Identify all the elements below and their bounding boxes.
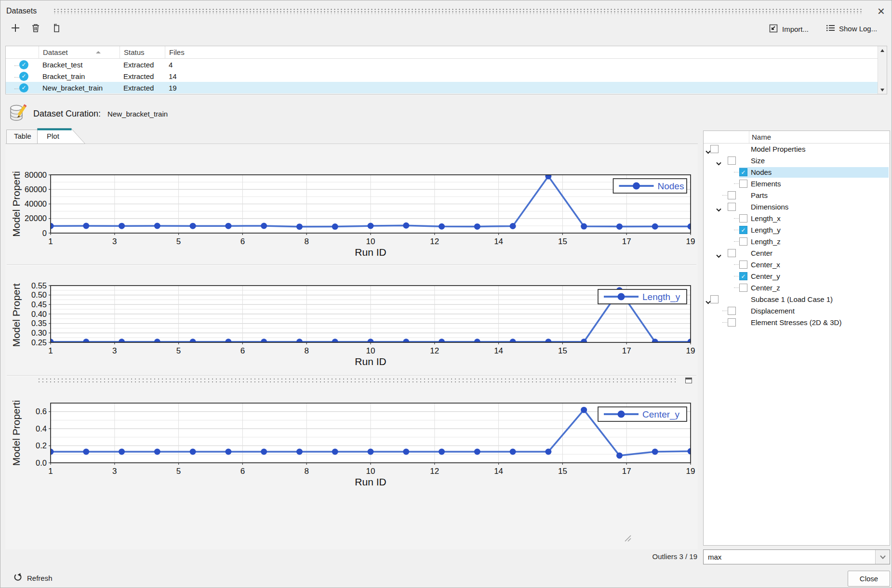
svg-text:3: 3 <box>112 467 117 476</box>
maximize-chart-icon[interactable] <box>685 378 692 383</box>
tree-item-label: Length_y <box>751 226 781 234</box>
svg-text:0.35: 0.35 <box>31 319 47 327</box>
unchecked-checkbox[interactable] <box>739 284 747 292</box>
svg-text:17: 17 <box>622 237 631 246</box>
svg-text:0.50: 0.50 <box>31 290 47 299</box>
svg-text:6: 6 <box>240 467 245 476</box>
svg-text:Center_y: Center_y <box>642 409 680 420</box>
tree-item-parts[interactable]: Parts <box>704 190 890 201</box>
import-button[interactable]: Import... <box>769 24 809 35</box>
svg-text:12: 12 <box>430 237 439 246</box>
curation-dataset-name: New_bracket_train <box>107 110 168 118</box>
unchecked-checkbox[interactable] <box>710 145 719 153</box>
chevron-down-icon[interactable] <box>716 205 721 213</box>
tree-item-label: Nodes <box>751 168 772 176</box>
datasets-table-header: Dataset Status Files <box>6 46 878 59</box>
scroll-up-icon[interactable] <box>878 46 887 54</box>
header-dataset[interactable]: Dataset <box>39 46 120 58</box>
refresh-icon <box>13 573 22 583</box>
tree-item-dimensions[interactable]: Dimensions <box>704 201 890 213</box>
tree-item-center[interactable]: Center <box>704 248 890 259</box>
refresh-button[interactable]: Refresh <box>13 573 53 583</box>
tree-item-nodes[interactable]: ✓Nodes <box>704 167 890 178</box>
unchecked-checkbox[interactable] <box>728 191 736 199</box>
svg-text:20000: 20000 <box>25 214 47 222</box>
tree-item-center-y[interactable]: ✓Center_y <box>704 271 890 282</box>
unchecked-checkbox[interactable] <box>728 318 736 327</box>
tree-body: Model PropertiesSize✓NodesElementsPartsD… <box>704 144 890 328</box>
tab-plot[interactable]: Plot <box>37 128 85 144</box>
aggregation-select[interactable]: max <box>703 549 890 564</box>
checked-checkbox[interactable]: ✓ <box>739 226 747 234</box>
tree-item-length-x[interactable]: Length_x <box>704 213 890 224</box>
chevron-down-icon[interactable] <box>875 550 890 564</box>
import-label: Import... <box>782 25 809 33</box>
tree-item-elements[interactable]: Elements <box>704 178 890 190</box>
chevron-down-icon[interactable] <box>716 159 721 167</box>
table-row[interactable]: ✓New_bracket_trainExtracted19 <box>6 82 878 93</box>
table-row[interactable]: ✓Bracket_testExtracted4 <box>6 59 878 70</box>
tree-item-center-x[interactable]: Center_x <box>704 259 890 271</box>
status-cell: Extracted <box>120 72 165 80</box>
header-status[interactable]: Status <box>120 46 165 58</box>
checked-checkbox[interactable]: ✓ <box>739 168 747 176</box>
header-files[interactable]: Files <box>165 46 878 58</box>
unchecked-checkbox[interactable] <box>710 295 719 303</box>
tree-item-length-y[interactable]: ✓Length_y <box>704 224 890 236</box>
table-row[interactable]: ✓Bracket_trainExtracted14 <box>6 70 878 82</box>
tree-item-label: Center_y <box>751 272 780 280</box>
drag-handle[interactable] <box>53 8 863 14</box>
svg-text:12: 12 <box>430 346 439 355</box>
files-cell: 4 <box>165 61 878 69</box>
unchecked-checkbox[interactable] <box>739 214 747 222</box>
tree-item-element-stresses-2d-3d-[interactable]: Element Stresses (2D & 3D) <box>704 317 890 328</box>
chart-splitter[interactable] <box>5 376 698 385</box>
svg-text:17: 17 <box>622 346 631 355</box>
dataset-name-cell: New_bracket_train <box>39 84 120 92</box>
table-scrollbar[interactable] <box>878 46 887 94</box>
tree-item-model-properties[interactable]: Model Properties <box>704 144 890 155</box>
tree-item-label: Length_z <box>751 237 781 246</box>
tree-header-name: Name <box>752 133 771 141</box>
list-icon <box>825 24 835 34</box>
svg-text:0.30: 0.30 <box>31 328 47 337</box>
unchecked-checkbox[interactable] <box>728 157 736 165</box>
copy-icon <box>51 23 61 35</box>
resize-grip-icon[interactable] <box>623 534 631 544</box>
extracted-check-icon: ✓ <box>19 72 28 81</box>
close-button[interactable]: Close <box>848 571 890 587</box>
splitter-handle[interactable] <box>37 378 679 384</box>
tree-guide-line <box>734 287 739 288</box>
close-icon[interactable]: × <box>876 6 887 16</box>
tree-item-label: Elements <box>751 180 781 188</box>
chart-center-y: 0.00.20.40.613568101214151719Run IDModel… <box>7 399 695 490</box>
show-log-button[interactable]: Show Log... <box>825 24 877 34</box>
tree-item-subcase-1-load-case-1-[interactable]: Subcase 1 (Load Case 1) <box>704 294 890 305</box>
unchecked-checkbox[interactable] <box>739 180 747 188</box>
tree-item-length-z[interactable]: Length_z <box>704 236 890 248</box>
delete-dataset-button[interactable] <box>28 22 43 36</box>
svg-text:17: 17 <box>622 467 631 476</box>
tree-item-displacement[interactable]: Displacement <box>704 305 890 317</box>
tree-item-size[interactable]: Size <box>704 155 890 167</box>
add-dataset-button[interactable] <box>8 22 23 36</box>
svg-text:Length_y: Length_y <box>642 292 680 302</box>
scroll-down-icon[interactable] <box>878 86 887 94</box>
unchecked-checkbox[interactable] <box>739 237 747 246</box>
refresh-label: Refresh <box>27 574 53 582</box>
chevron-down-icon[interactable] <box>716 251 721 260</box>
header-icon-column <box>6 46 39 58</box>
dataset-name-cell: Bracket_train <box>39 72 120 80</box>
unchecked-checkbox[interactable] <box>728 307 736 315</box>
duplicate-dataset-button[interactable] <box>49 22 63 36</box>
unchecked-checkbox[interactable] <box>739 261 747 269</box>
unchecked-checkbox[interactable] <box>728 203 736 211</box>
svg-text:Model Properti: Model Properti <box>11 400 22 466</box>
unchecked-checkbox[interactable] <box>728 249 736 257</box>
svg-text:Model Properti: Model Properti <box>11 283 22 347</box>
tree-item-center-z[interactable]: Center_z <box>704 282 890 294</box>
svg-text:Nodes: Nodes <box>658 181 684 191</box>
checked-checkbox[interactable]: ✓ <box>739 272 747 280</box>
tree-item-label: Size <box>751 157 765 165</box>
svg-text:5: 5 <box>176 237 181 246</box>
